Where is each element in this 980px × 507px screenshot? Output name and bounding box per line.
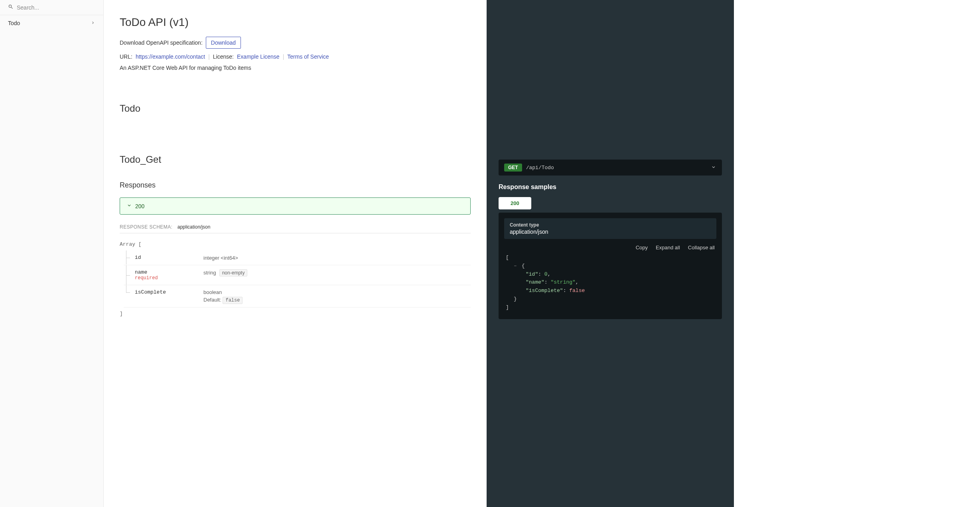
download-label: Download OpenAPI specification: bbox=[120, 39, 203, 46]
main: ToDo API (v1) Download OpenAPI specifica… bbox=[104, 0, 980, 507]
prop-type: string bbox=[203, 270, 216, 276]
sidebar: Todo bbox=[0, 0, 104, 507]
array-close: ] bbox=[120, 311, 471, 317]
json-brace: { bbox=[522, 263, 525, 269]
responses-heading: Responses bbox=[120, 181, 471, 189]
chevron-down-icon bbox=[711, 164, 716, 171]
separator: | bbox=[283, 53, 284, 60]
prop-name: name bbox=[135, 269, 158, 275]
chevron-down-icon bbox=[126, 203, 132, 209]
contact-url-link[interactable]: https://example.com/contact bbox=[136, 53, 205, 60]
json-colon: : bbox=[538, 271, 544, 277]
url-label: URL: bbox=[120, 53, 132, 60]
copy-button[interactable]: Copy bbox=[636, 245, 648, 251]
prop-row-name[interactable]: name required string non-empty bbox=[124, 265, 471, 285]
collapse-toggle-icon[interactable]: – bbox=[514, 263, 517, 269]
license-link[interactable]: Example License bbox=[237, 53, 280, 60]
download-row: Download OpenAPI specification: Download bbox=[120, 37, 471, 49]
right-panel: GET /api/Todo Response samples 200 Conte… bbox=[487, 0, 734, 507]
non-empty-badge: non-empty bbox=[219, 269, 248, 276]
default-value: false bbox=[223, 297, 243, 304]
spacer bbox=[499, 16, 722, 160]
tree-connector-icon bbox=[124, 254, 132, 260]
json-key: "isComplete" bbox=[526, 288, 563, 294]
separator: | bbox=[208, 53, 210, 60]
json-code-block: [ – { "id": 0, "name": "string", "isComp… bbox=[499, 254, 722, 319]
content-type-value: application/json bbox=[510, 229, 711, 235]
required-flag: required bbox=[135, 275, 158, 281]
tab-row: 200 bbox=[499, 197, 722, 209]
sidebar-item-todo[interactable]: Todo bbox=[0, 15, 103, 31]
tos-link[interactable]: Terms of Service bbox=[287, 53, 329, 60]
search-icon bbox=[8, 4, 14, 11]
api-title: ToDo API (v1) bbox=[120, 16, 471, 29]
prop-row-id[interactable]: id integer <int64> bbox=[124, 251, 471, 265]
schema-body: Array [ id integer <int64> name bbox=[120, 233, 471, 317]
response-200[interactable]: 200 bbox=[120, 197, 471, 215]
json-key: "id" bbox=[526, 271, 538, 277]
default-row: Default: false bbox=[203, 297, 471, 303]
json-bracket: ] bbox=[506, 304, 509, 310]
schema-content-type: application/json bbox=[177, 224, 211, 230]
prop-type: integer <int64> bbox=[203, 255, 238, 261]
schema-label: RESPONSE SCHEMA: bbox=[120, 224, 173, 230]
response-code: 200 bbox=[135, 203, 144, 209]
json-brace: } bbox=[514, 296, 517, 302]
json-value: false bbox=[569, 288, 585, 294]
json-colon: : bbox=[544, 279, 551, 285]
json-value: "string" bbox=[550, 279, 575, 285]
download-button[interactable]: Download bbox=[206, 37, 241, 49]
prop-name: id bbox=[135, 254, 141, 260]
search-input[interactable] bbox=[17, 4, 95, 11]
tree-connector-icon bbox=[124, 289, 132, 295]
collapse-all-button[interactable]: Collapse all bbox=[688, 245, 715, 251]
json-value: 0 bbox=[544, 271, 548, 277]
json-colon: : bbox=[563, 288, 570, 294]
content: ToDo API (v1) Download OpenAPI specifica… bbox=[104, 0, 487, 507]
endpoint-box[interactable]: GET /api/Todo bbox=[499, 160, 722, 176]
expand-all-button[interactable]: Expand all bbox=[656, 245, 680, 251]
json-key: "name" bbox=[526, 279, 544, 285]
content-type-box[interactable]: Content type application/json bbox=[504, 218, 716, 239]
section-title: Todo bbox=[120, 103, 471, 114]
sidebar-item-label: Todo bbox=[8, 20, 20, 26]
prop-row-iscomplete[interactable]: isComplete boolean Default: false bbox=[124, 285, 471, 308]
prop-name: isComplete bbox=[135, 289, 166, 295]
json-comma: , bbox=[576, 279, 579, 285]
chevron-right-icon bbox=[91, 20, 95, 26]
content-type-label: Content type bbox=[510, 222, 711, 228]
prop-type: boolean bbox=[203, 289, 471, 295]
schema-header: RESPONSE SCHEMA: application/json bbox=[120, 224, 471, 233]
sample-box: Content type application/json Copy Expan… bbox=[499, 213, 722, 319]
method-badge: GET bbox=[504, 164, 522, 172]
endpoint-path: /api/Todo bbox=[526, 165, 707, 171]
api-description: An ASP.NET Core Web API for managing ToD… bbox=[120, 65, 471, 71]
search-container bbox=[0, 0, 103, 15]
array-open: Array [ bbox=[120, 241, 471, 247]
tree-connector-icon bbox=[124, 269, 132, 281]
response-samples-title: Response samples bbox=[499, 183, 722, 191]
default-label: Default: bbox=[203, 297, 221, 303]
json-bracket: [ bbox=[506, 254, 509, 260]
license-label: License: bbox=[213, 53, 234, 60]
tab-200[interactable]: 200 bbox=[499, 197, 531, 209]
json-comma: , bbox=[548, 271, 551, 277]
meta-row: URL: https://example.com/contact | Licen… bbox=[120, 53, 471, 60]
operation-title: Todo_Get bbox=[120, 154, 471, 165]
code-actions: Copy Expand all Collapse all bbox=[499, 245, 722, 254]
